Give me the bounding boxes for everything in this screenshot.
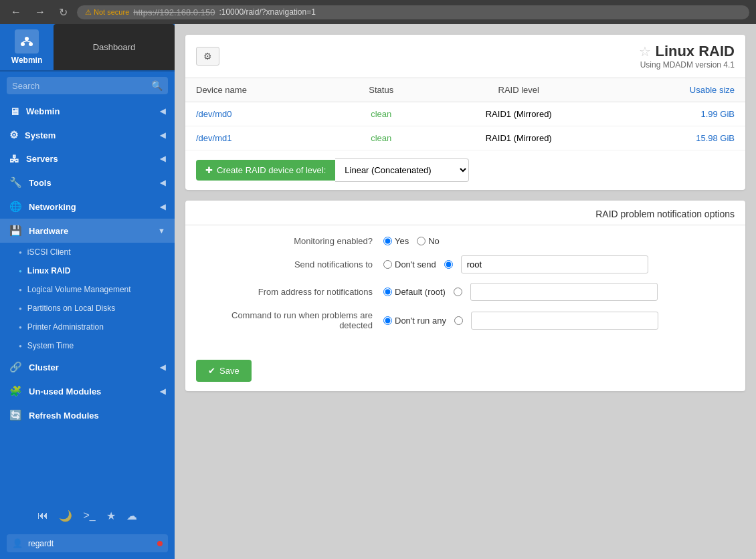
default-root-label: Default (root) <box>395 287 446 297</box>
hardware-arrow-icon: ▼ <box>158 227 165 235</box>
from-address-label: From address for notifications <box>196 287 383 297</box>
sidebar-item-webmin[interactable]: 🖥 Webmin ◀ <box>0 100 175 123</box>
page-subtitle: Using MDADM version 4.1 <box>639 60 735 70</box>
sidebar-item-cluster[interactable]: 🔗 Cluster ◀ <box>0 355 175 379</box>
send-notif-label: Send notifications to <box>196 259 383 269</box>
sidebar-subitem-partitions[interactable]: ● Partitions on Local Disks <box>0 299 175 318</box>
sidebar-item-networking[interactable]: 🌐 Networking ◀ <box>0 195 175 219</box>
dont-run-radio[interactable] <box>383 316 392 325</box>
from-custom-option[interactable] <box>454 288 462 296</box>
sidebar-item-tools[interactable]: 🔧 Tools ◀ <box>0 171 175 195</box>
from-address-controls: Default (root) <box>383 283 735 301</box>
svg-point-2 <box>29 42 33 46</box>
send-to-input[interactable] <box>461 255 648 273</box>
unused-modules-arrow-icon: ◀ <box>160 387 165 396</box>
sidebar-item-unused-modules-label: Un-used Modules <box>29 386 101 397</box>
sidebar-subitem-iscsi-label: iSCSI Client <box>27 247 71 257</box>
cluster-nav-icon: 🔗 <box>9 361 22 373</box>
monitoring-yes-label: Yes <box>395 236 409 246</box>
address-bar: ⚠ Not secure https://192.168.0.150 :1000… <box>77 5 749 19</box>
gear-button[interactable]: ⚙ <box>196 47 219 66</box>
sidebar-subitem-linux-raid[interactable]: ● Linux RAID <box>0 261 175 280</box>
sidebar-item-servers-label: Servers <box>26 154 58 164</box>
from-address-input[interactable] <box>470 283 658 301</box>
notification-body: Monitoring enabled? Yes No Sen <box>185 225 745 350</box>
search-input[interactable] <box>12 81 147 91</box>
svg-point-1 <box>21 42 25 46</box>
device-cell: /dev/md0 <box>185 102 334 126</box>
dont-send-radio[interactable] <box>383 260 392 269</box>
sidebar-item-system[interactable]: ⚙ System ◀ <box>0 123 175 147</box>
system-arrow-icon: ◀ <box>160 131 165 140</box>
create-raid-button[interactable]: ✚ Create RAID device of level: <box>196 160 335 181</box>
linux-raid-bullet-icon: ● <box>19 268 22 274</box>
dont-run-option[interactable]: Don't run any <box>383 316 446 326</box>
sidebar-subitem-lvm[interactable]: ● Logical Volume Management <box>0 280 175 299</box>
sidebar-subitem-lvm-label: Logical Volume Management <box>27 285 131 294</box>
sidebar-subitem-system-time[interactable]: ● System Time <box>0 336 175 355</box>
user-bar[interactable]: 👤 regardt <box>7 534 168 552</box>
bottom-icon-moon[interactable]: 🌙 <box>56 507 75 525</box>
hardware-nav-icon: 💾 <box>9 225 22 237</box>
dont-send-label: Don't send <box>395 259 436 269</box>
sidebar-subitem-system-time-label: System Time <box>27 341 74 350</box>
sidebar-item-servers[interactable]: 🖧 Servers ◀ <box>0 147 175 171</box>
bottom-icon-terminal[interactable]: >_ <box>80 507 98 525</box>
create-raid-row: ✚ Create RAID device of level: Linear (C… <box>185 150 745 190</box>
usable-size-cell: 15.98 GiB <box>609 126 745 150</box>
main-content: ⚙ ☆ Linux RAID Using MDADM version 4.1 D… <box>175 24 756 559</box>
col-raid-level: RAID level <box>429 78 609 102</box>
send-to-address-option[interactable] <box>444 260 453 269</box>
create-raid-bar: ✚ Create RAID device of level: Linear (C… <box>196 158 735 182</box>
monitoring-yes-option[interactable]: Yes <box>383 236 409 246</box>
monitoring-yes-radio[interactable] <box>383 237 392 245</box>
reload-button[interactable]: ↻ <box>55 5 72 20</box>
usable-size-value: 15.98 GiB <box>696 133 735 143</box>
sidebar-item-refresh-modules[interactable]: 🔄 Refresh Modules <box>0 403 175 427</box>
save-row: ✔ Save <box>185 350 745 391</box>
page-title: Linux RAID <box>655 43 735 60</box>
networking-nav-icon: 🌐 <box>9 201 22 213</box>
status-label: clean <box>371 109 391 119</box>
search-icon: 🔍 <box>151 80 163 91</box>
device-link[interactable]: /dev/md0 <box>196 109 231 119</box>
back-button[interactable]: ← <box>7 5 25 19</box>
user-icon: 👤 <box>12 538 23 548</box>
webmin-logo[interactable]: Webmin <box>0 24 54 70</box>
raid-table: Device name Status RAID level Usable siz… <box>185 78 745 150</box>
sidebar-item-hardware[interactable]: 💾 Hardware ▼ <box>0 219 175 243</box>
create-raid-plus-icon: ✚ <box>205 165 213 175</box>
bottom-icon-star[interactable]: ★ <box>104 507 118 525</box>
sidebar-subitem-iscsi[interactable]: ● iSCSI Client <box>0 243 175 261</box>
forward-button[interactable]: → <box>31 5 50 19</box>
notification-header: RAID problem notification options <box>185 201 745 225</box>
default-root-option[interactable]: Default (root) <box>383 287 446 297</box>
servers-nav-icon: 🖧 <box>9 153 19 164</box>
save-button[interactable]: ✔ Save <box>196 360 252 382</box>
send-notif-controls: Don't send <box>383 255 735 273</box>
device-cell: /dev/md1 <box>185 126 334 150</box>
favorite-star-icon[interactable]: ☆ <box>639 43 651 60</box>
command-custom-radio[interactable] <box>454 316 463 325</box>
dont-send-option[interactable]: Don't send <box>383 259 436 269</box>
device-link[interactable]: /dev/md1 <box>196 133 231 143</box>
sidebar-subitem-printer-admin[interactable]: ● Printer Administration <box>0 318 175 336</box>
search-box: 🔍 <box>7 77 168 94</box>
tools-nav-icon: 🔧 <box>9 177 22 189</box>
gear-icon: ⚙ <box>203 51 212 62</box>
default-root-radio[interactable] <box>383 288 392 296</box>
bottom-icon-start[interactable]: ⏮ <box>35 507 51 525</box>
command-input[interactable] <box>471 312 658 330</box>
monitoring-no-option[interactable]: No <box>417 236 440 246</box>
sidebar-subitem-linux-raid-label: Linux RAID <box>27 266 71 275</box>
sidebar-item-unused-modules[interactable]: 🧩 Un-used Modules ◀ <box>0 379 175 403</box>
monitoring-no-radio[interactable] <box>417 237 426 245</box>
send-to-address-radio[interactable] <box>444 260 453 269</box>
from-custom-radio[interactable] <box>454 288 462 296</box>
dashboard-tab[interactable]: Dashboard <box>54 24 175 70</box>
raid-level-select[interactable]: Linear (Concatenated)RAID0 (Striped)RAID… <box>335 158 469 182</box>
table-row: /dev/md0 clean RAID1 (Mirrored) 1.99 GiB <box>185 102 745 126</box>
tools-arrow-icon: ◀ <box>160 179 165 187</box>
command-custom-option[interactable] <box>454 316 463 325</box>
bottom-icon-cloud[interactable]: ☁ <box>124 507 140 525</box>
